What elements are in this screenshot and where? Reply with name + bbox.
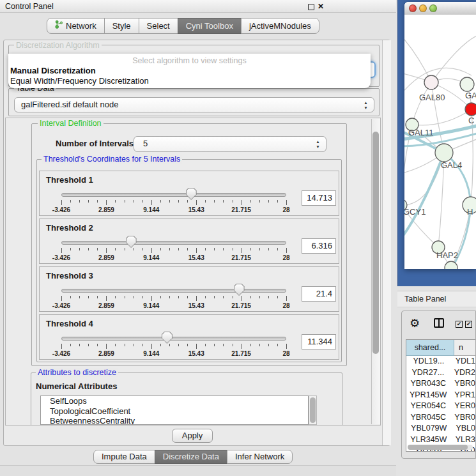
attribute-list-item[interactable]: BetweennessCentrality: [41, 416, 308, 425]
tick-mark: [70, 296, 71, 298]
slider-track[interactable]: [61, 289, 286, 293]
tick-mark: [125, 296, 125, 298]
tick-mark: [242, 248, 242, 253]
screen: Control Panel ✕ NetworkStyleSelectCyni T…: [0, 0, 476, 476]
cell-shared-name: YBL079W: [406, 423, 451, 434]
threshold-value-field[interactable]: 6.316: [302, 238, 336, 254]
tick-mark: [187, 344, 188, 346]
tick-mark: [187, 248, 188, 250]
tab-style[interactable]: Style: [104, 18, 139, 34]
table-panel-title: Table Panel: [404, 295, 446, 303]
slider-thumb[interactable]: [234, 284, 245, 296]
settings-scrollbar-thumb[interactable]: [372, 132, 379, 354]
network-node-gal4[interactable]: [435, 144, 453, 162]
tab-impute-data[interactable]: Impute Data: [93, 450, 155, 464]
node-table: shared... n YDL19...YDL1YDR27...YDR2YBR0…: [406, 339, 476, 452]
number-of-intervals-combo[interactable]: 5: [134, 136, 326, 152]
tick-mark: [115, 344, 116, 346]
table-row[interactable]: YDR27...YDR2: [406, 367, 475, 379]
threshold-label: Threshold 3: [46, 271, 93, 280]
attributes-list-scrollbar[interactable]: [309, 395, 317, 425]
tick-mark: [286, 344, 287, 349]
network-node-gal80[interactable]: [424, 75, 438, 89]
tick-mark: [196, 344, 197, 349]
threshold-panel-2: Threshold 2-3.4262.8599.14415.4321.71528…: [39, 219, 339, 264]
table-row[interactable]: YPR145WYPR1: [406, 390, 475, 401]
network-edge[interactable]: [431, 34, 476, 82]
split-view-icon[interactable]: [434, 318, 444, 328]
tick-mark: [151, 248, 152, 253]
settings-scroll-viewport: Interval Definition Number of Intervals …: [5, 118, 381, 426]
network-edge[interactable]: [412, 109, 472, 125]
tab-jactivemnodules[interactable]: jActiveMNodules: [241, 18, 319, 34]
threshold-value-field[interactable]: 14.713: [302, 190, 336, 206]
zoom-traffic-light-icon[interactable]: [429, 4, 437, 12]
tick-mark: [169, 296, 170, 298]
table-row[interactable]: YBR043CYBR0: [406, 378, 475, 390]
slider-track[interactable]: [61, 241, 286, 245]
tick-label: 2.859: [98, 350, 114, 357]
attribute-list-item[interactable]: SelfLoops: [41, 396, 308, 406]
close-icon[interactable]: ✕: [318, 1, 324, 12]
slider-track[interactable]: [61, 337, 286, 341]
tick-label: 21.715: [231, 254, 251, 261]
minimize-traffic-light-icon[interactable]: [419, 4, 427, 12]
tick-label: -3.426: [52, 206, 70, 213]
scrollbar-thumb[interactable]: [310, 397, 316, 423]
tick-mark: [214, 248, 215, 250]
table-data-combo[interactable]: galFiltered.sif default node: [14, 97, 374, 112]
tick-label: 2.859: [98, 254, 114, 261]
checkbox-checked-icon[interactable]: ✔: [456, 321, 463, 328]
column-header-name[interactable]: n: [454, 340, 475, 356]
thumb-face: [234, 284, 244, 295]
network-node-label: GCY1: [404, 207, 426, 217]
dropdown-option-equal-width-frequency[interactable]: Equal Width/Frequency Discretization: [10, 76, 149, 86]
tab-select[interactable]: Select: [139, 18, 178, 34]
table-hscrollbar-thumb[interactable]: [408, 445, 468, 450]
tab-discretize-data[interactable]: Discretize Data: [155, 450, 227, 464]
network-window-titlebar[interactable]: [404, 2, 476, 15]
column-header-shared-name[interactable]: shared...: [406, 340, 454, 356]
tick-mark: [88, 296, 89, 298]
table-hscrollbar-track[interactable]: [408, 445, 473, 450]
cell-shared-name: YDL19...: [406, 356, 451, 367]
network-canvas[interactable]: GAL80GAGAL11CGAL4GCY1HHAP2: [404, 15, 476, 269]
number-of-intervals-value: 5: [143, 137, 148, 151]
panel-scrollbar-track[interactable]: [382, 40, 391, 445]
network-edge-thick[interactable]: [404, 153, 444, 242]
tick-mark: [286, 200, 287, 205]
table-row[interactable]: YDL19...YDL1: [406, 356, 475, 367]
tab-cyni-toolbox[interactable]: Cyni Toolbox: [178, 18, 242, 34]
attribute-list-item[interactable]: TopologicalCoefficient: [41, 406, 308, 417]
cell-name: YBR0: [450, 412, 475, 424]
threshold-value-field[interactable]: 21.4: [302, 286, 336, 302]
table-row[interactable]: YLR345WYLR3: [406, 434, 475, 446]
table-row[interactable]: YER054CYER0: [406, 401, 475, 412]
dropdown-option-manual-discretization[interactable]: Manual Discretization: [10, 66, 96, 75]
tick-mark: [223, 248, 224, 250]
slider-thumb[interactable]: [126, 236, 137, 248]
apply-button[interactable]: Apply: [172, 429, 213, 443]
dropdown-prompt: Select algorithm to view settings: [8, 56, 371, 65]
table-row[interactable]: YBL079WYBL0: [406, 423, 475, 434]
slider-thumb[interactable]: [162, 332, 173, 344]
table-row[interactable]: YBR045CYBR0: [406, 412, 475, 424]
divider: [438, 319, 440, 326]
checkbox-checked-icon[interactable]: ✔: [465, 321, 472, 328]
close-traffic-light-icon[interactable]: [409, 4, 417, 12]
slider-track[interactable]: [61, 193, 286, 197]
slider-thumb[interactable]: [186, 188, 197, 200]
cell-shared-name: YPR145W: [406, 390, 450, 401]
tick-mark: [134, 296, 134, 298]
gear-icon[interactable]: ⚙: [410, 316, 420, 331]
tick-mark: [160, 296, 161, 298]
network-node-ga[interactable]: [460, 77, 474, 91]
tab-infer-network[interactable]: Infer Network: [227, 450, 293, 464]
tab-network[interactable]: Network: [47, 18, 105, 34]
float-window-icon[interactable]: [308, 4, 314, 10]
stepper-icon: [362, 100, 370, 111]
table-data-combo-value: galFiltered.sif default node: [21, 98, 118, 112]
tab-label: Cyni Toolbox: [186, 19, 233, 33]
network-node-c[interactable]: [465, 103, 476, 116]
threshold-value-field[interactable]: 11.344: [302, 334, 336, 349]
